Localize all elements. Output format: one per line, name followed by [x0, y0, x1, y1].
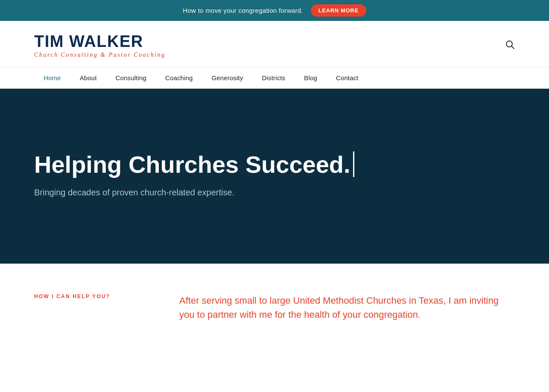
- hero-subtitle: Bringing decades of proven church-relate…: [34, 188, 515, 197]
- lower-body-text: After serving small to large United Meth…: [179, 293, 515, 322]
- learn-more-button[interactable]: LEARN MORE: [311, 4, 366, 17]
- hero-title: Helping Churches Succeed.: [34, 151, 515, 178]
- search-icon[interactable]: [505, 39, 515, 52]
- logo: TIM WALKER Church Consulting & Pastor Co…: [34, 33, 166, 58]
- lower-label-highlight: HELP: [73, 293, 90, 299]
- hero-section: Helping Churches Succeed. Bringing decad…: [0, 89, 549, 264]
- lower-label: HOW I CAN HELP YOU?: [34, 293, 154, 299]
- nav-item-contact[interactable]: Contact: [327, 67, 368, 88]
- main-nav: Home About Consulting Coaching Generosit…: [0, 67, 549, 89]
- top-banner: How to move your congregation forward. L…: [0, 0, 549, 21]
- lower-section: HOW I CAN HELP YOU? After serving small …: [0, 264, 549, 347]
- lower-body-area: After serving small to large United Meth…: [179, 293, 515, 322]
- banner-text: How to move your congregation forward.: [183, 7, 303, 14]
- cursor-blink: [353, 151, 354, 177]
- nav-item-generosity[interactable]: Generosity: [202, 67, 253, 88]
- nav-item-coaching[interactable]: Coaching: [156, 67, 202, 88]
- nav-list: Home About Consulting Coaching Generosit…: [34, 67, 515, 88]
- nav-item-home[interactable]: Home: [34, 67, 70, 88]
- nav-item-about[interactable]: About: [70, 67, 106, 88]
- lower-label-prefix: HOW I CAN: [34, 293, 73, 299]
- logo-main-text: TIM WALKER: [34, 33, 166, 51]
- lower-label-area: HOW I CAN HELP YOU?: [34, 293, 154, 322]
- logo-sub-text: Church Consulting & Pastor Coaching: [34, 52, 166, 58]
- lower-label-suffix: YOU?: [90, 293, 110, 299]
- site-header: TIM WALKER Church Consulting & Pastor Co…: [0, 21, 549, 67]
- nav-item-blog[interactable]: Blog: [295, 67, 327, 88]
- nav-item-consulting[interactable]: Consulting: [106, 67, 156, 88]
- svg-line-1: [512, 46, 514, 49]
- nav-item-districts[interactable]: Districts: [253, 67, 295, 88]
